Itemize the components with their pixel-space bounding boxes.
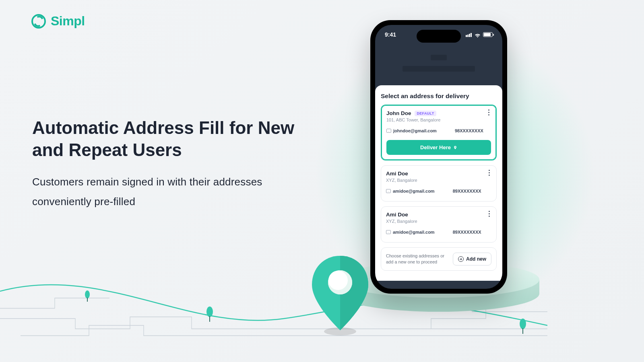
more-options-icon[interactable] [485, 109, 492, 115]
tree-decoration [519, 319, 526, 334]
address-sheet: Select an address for delivery John Doe … [375, 85, 502, 281]
phone-mockup: 9:41 Select an address for delivery John… [370, 20, 507, 294]
brand-name: Simpl [51, 14, 85, 29]
deliver-here-button[interactable]: Deliver Here [386, 140, 491, 155]
brand-logo: Simpl [31, 14, 85, 29]
svg-rect-1 [87, 298, 88, 302]
brand-mark-icon [31, 14, 46, 29]
tree-decoration [85, 290, 90, 302]
address-card[interactable]: Ami Doe XYZ, Bangalore amidoe@gmail.com … [381, 206, 497, 243]
address-email: johndoe@gmail.com [393, 128, 437, 133]
mail-icon [386, 189, 391, 193]
cellular-icon [466, 33, 472, 37]
dynamic-island [417, 30, 461, 43]
address-card[interactable]: Ami Doe XYZ, Bangalore amidoe@gmail.com … [381, 165, 497, 202]
svg-point-2 [206, 306, 213, 317]
address-card[interactable]: John Doe DEFAULT 101, ABC Tower, Bangalo… [381, 105, 497, 160]
address-name: John Doe [386, 110, 411, 116]
mail-icon [386, 129, 391, 133]
pin-icon [453, 146, 457, 150]
wifi-icon [475, 33, 481, 37]
more-options-icon[interactable] [486, 170, 492, 176]
sheet-title: Select an address for delivery [381, 93, 497, 100]
hero-subhead: Customers remain signed in with their ad… [32, 172, 314, 212]
address-line: 101, ABC Tower, Bangalore [386, 117, 491, 122]
svg-point-4 [520, 319, 526, 329]
address-email: amidoe@gmail.com [393, 230, 435, 234]
svg-rect-5 [522, 328, 523, 334]
svg-point-0 [85, 290, 90, 298]
address-line: XYZ, Bangalore [386, 178, 491, 183]
add-new-button[interactable]: Add new [453, 253, 491, 265]
address-phone: 89XXXXXXXX [453, 189, 481, 193]
more-options-icon[interactable] [486, 211, 492, 217]
add-address-row: Choose existing addresses or add a new o… [381, 247, 497, 271]
address-phone: 98XXXXXXXX [455, 128, 483, 133]
location-pin-icon [310, 256, 370, 338]
mail-icon [386, 230, 391, 234]
address-line: XYZ, Bangalore [386, 219, 491, 224]
address-name: Ami Doe [386, 171, 408, 177]
address-phone: 89XXXXXXXX [453, 230, 481, 234]
tree-decoration [206, 306, 213, 322]
hero-copy: Automatic Address Fill for New and Repea… [32, 117, 314, 212]
footer-helper-text: Choose existing addresses or add a new o… [386, 253, 449, 265]
address-name: Ami Doe [386, 212, 408, 218]
plus-icon [458, 256, 464, 262]
svg-point-9 [328, 271, 348, 290]
hero-headline: Automatic Address Fill for New and Repea… [32, 117, 314, 161]
default-badge: DEFAULT [415, 111, 437, 116]
status-time: 9:41 [385, 31, 396, 38]
svg-rect-3 [209, 316, 210, 322]
blurred-background-content [375, 41, 502, 85]
address-email: amidoe@gmail.com [393, 189, 435, 193]
battery-icon [483, 32, 493, 37]
